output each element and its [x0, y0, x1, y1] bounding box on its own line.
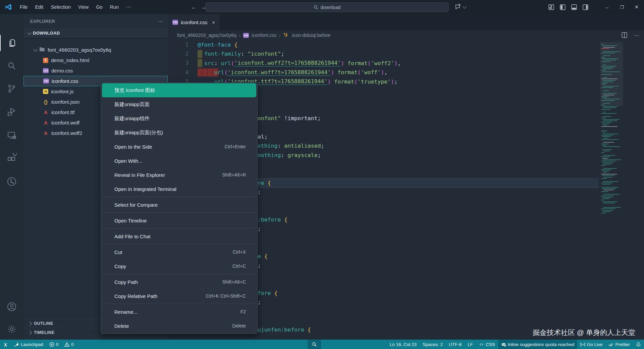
- close-button[interactable]: ✕: [629, 0, 644, 14]
- breadcrumb-item[interactable]: .icon-diduiqi:before: [291, 33, 330, 38]
- prettier[interactable]: Prettier: [605, 340, 633, 349]
- tree-item-demo-index-html[interactable]: 5demo_index.html: [23, 55, 168, 65]
- toggle-secondary-sidebar-icon[interactable]: [580, 0, 591, 14]
- minimap[interactable]: [600, 42, 623, 243]
- minimap-line: [601, 96, 609, 97]
- menu-file[interactable]: File: [16, 0, 31, 14]
- encoding[interactable]: UTF-8: [446, 340, 465, 349]
- tree-item-font-4660203-agsq7ox0y6q[interactable]: font_4660203_agsq7ox0y6q: [23, 45, 168, 55]
- explorer-icon[interactable]: [0, 35, 24, 51]
- breadcrumb[interactable]: font_4660203_agsq7ox0y6q›CSSiconfont.css…: [168, 30, 644, 40]
- indentation[interactable]: Spaces: 2: [420, 340, 446, 349]
- menu-item-uniapp[interactable]: 新建uniapp页面: [101, 97, 257, 111]
- settings-gear-icon[interactable]: [0, 321, 23, 337]
- menu-item-copy-relative-path[interactable]: Copy Relative PathCtrl+K Ctrl+Shift+C: [101, 289, 257, 303]
- minimize-button[interactable]: –: [600, 0, 614, 14]
- tab-iconfont-css[interactable]: CSS iconfont.css ×: [168, 14, 220, 30]
- menu-[interactable]: ⋯: [122, 0, 135, 14]
- language-mode[interactable]: CSS: [476, 340, 498, 349]
- menu-item-reveal-in-file-explorer[interactable]: Reveal in File ExplorerShift+Alt+R: [101, 168, 257, 182]
- views-more-actions-icon[interactable]: ⋯: [158, 18, 163, 24]
- code-token: {: [308, 327, 311, 333]
- menu-item-select-for-compare[interactable]: Select for Compare: [101, 198, 257, 212]
- minimap-line: [603, 51, 621, 52]
- code-token: ): [391, 79, 394, 85]
- menu-item-delete[interactable]: DeleteDelete: [101, 319, 257, 333]
- menu-item-copy-path[interactable]: Copy PathShift+Alt+C: [101, 275, 257, 289]
- menu-edit[interactable]: Edit: [31, 0, 47, 14]
- js-icon: JS: [43, 89, 48, 94]
- split-editor-icon[interactable]: [622, 32, 627, 38]
- code-token: 'iconfont.woff2?t=1765888261944': [234, 60, 341, 66]
- menu-go[interactable]: Go: [92, 0, 106, 14]
- menu-item-uniapp[interactable]: 新建uniapp组件: [101, 111, 257, 126]
- menu-item-open-timeline[interactable]: Open Timeline: [101, 213, 257, 228]
- menu-item-open-in-integrated-terminal[interactable]: Open in Integrated Terminal: [101, 182, 257, 196]
- code-token: (: [368, 60, 371, 66]
- zoom-status-item[interactable]: [308, 340, 321, 349]
- breadcrumb-item[interactable]: font_4660203_agsq7ox0y6q: [177, 33, 236, 38]
- menu-item-uniapp[interactable]: 新建uniapp页面(分包): [101, 126, 257, 140]
- remote-indicator[interactable]: [0, 340, 11, 349]
- menu-item-open-with[interactable]: Open With...: [101, 154, 257, 168]
- run-debug-icon[interactable]: [0, 103, 23, 119]
- go-live[interactable]: Go Live: [577, 340, 606, 349]
- menu-item-open-to-the-side[interactable]: Open to the SideCtrl+Enter: [101, 140, 257, 154]
- close-tab-icon[interactable]: ×: [212, 19, 215, 25]
- minimap-line: [603, 172, 607, 173]
- search-icon[interactable]: [0, 58, 23, 74]
- more-actions-icon[interactable]: ⋯: [634, 32, 639, 39]
- section-download[interactable]: DOWNLOAD: [23, 28, 168, 38]
- eol[interactable]: LF: [465, 340, 476, 349]
- menu-item-label: 新建uniapp页面: [114, 101, 246, 108]
- menu-item-add-file-to-chat[interactable]: Add File to Chat: [101, 229, 257, 243]
- breadcrumb-item[interactable]: iconfont.css: [252, 33, 276, 38]
- menu-item-iconfont[interactable]: 预览 Iconfont 图标: [102, 83, 256, 97]
- command-center-search[interactable]: download: [205, 2, 449, 12]
- menu-item-rename[interactable]: Rename...F2: [101, 305, 257, 319]
- code-token: grayscale: [287, 152, 317, 158]
- code-token: ): [327, 79, 331, 85]
- line-number: 2: [168, 51, 198, 57]
- layout-controls: [545, 0, 591, 14]
- launchpad-item[interactable]: Launchpad: [11, 340, 46, 349]
- code-line-3[interactable]: 3 src: url('iconfont.woff2?t=17658882619…: [168, 59, 599, 68]
- menu-item-cut[interactable]: CutCtrl+X: [101, 245, 257, 259]
- customize-layout-icon[interactable]: [545, 0, 557, 14]
- code-token: format: [334, 79, 354, 85]
- warnings-item[interactable]: 0: [61, 340, 77, 349]
- minimap-line: [601, 44, 604, 45]
- code-line-1[interactable]: 1@font-face {: [168, 40, 599, 49]
- menu-separator: [103, 197, 255, 197]
- accounts-icon[interactable]: [0, 299, 23, 315]
- notifications-bell[interactable]: [633, 340, 644, 349]
- double-check-icon: [608, 342, 613, 347]
- minimap-line: [602, 197, 612, 198]
- menu-selection[interactable]: Selection: [47, 0, 74, 14]
- live-share-icon[interactable]: [0, 173, 23, 190]
- toggle-sidebar-icon[interactable]: [557, 0, 568, 14]
- toggle-panel-icon[interactable]: [568, 0, 580, 14]
- restore-button[interactable]: ❐: [614, 0, 629, 14]
- status-label: Go Live: [587, 342, 603, 347]
- menu-item-copy[interactable]: CopyCtrl+C: [101, 259, 257, 273]
- menu-separator: [103, 304, 255, 304]
- minimap-line: [603, 77, 607, 78]
- nav-back-button[interactable]: ←: [189, 4, 199, 11]
- menu-separator: [103, 212, 255, 213]
- code-token: [261, 253, 264, 259]
- code-line-2[interactable]: 2 font-family: "iconfont";: [168, 49, 599, 58]
- extensions-icon[interactable]: [0, 150, 23, 166]
- tree-item-demo-css[interactable]: CSSdemo.css: [23, 65, 168, 76]
- errors-item[interactable]: 0: [46, 340, 62, 349]
- cursor-position[interactable]: Ln 16, Col 23: [387, 340, 420, 349]
- copilot-status[interactable]: Inline suggestions quota reached: [498, 340, 577, 349]
- minimap-line: [601, 135, 613, 136]
- menu-run[interactable]: Run: [106, 0, 123, 14]
- copilot-chat-button[interactable]: [454, 3, 466, 10]
- code-line-4[interactable]: 4 url('iconfont.woff?t=1765888261944') f…: [168, 68, 599, 77]
- line-number: 4: [168, 69, 198, 76]
- source-control-icon[interactable]: [0, 81, 23, 97]
- remote-explorer-icon[interactable]: [0, 127, 23, 143]
- menu-view[interactable]: View: [74, 0, 92, 14]
